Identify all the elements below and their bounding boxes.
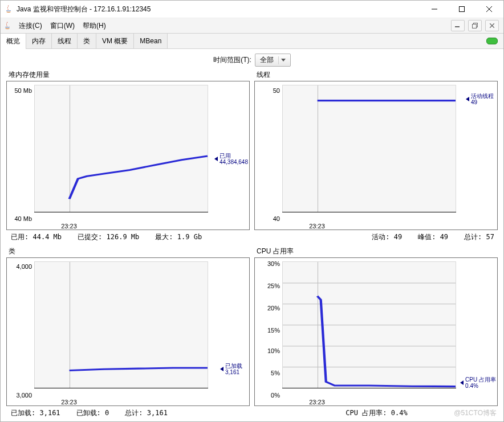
mdi-restore-button[interactable] [468, 20, 482, 31]
plot[interactable]: 活动线程 49 23:23 [282, 81, 497, 230]
stat-label: 最大: [155, 233, 173, 241]
callout-arrow-icon [214, 157, 218, 161]
callout-label: 已用 [220, 153, 248, 159]
chart-stats: CPU 占用率: 0.4% [254, 406, 498, 418]
tab-classes[interactable]: 类 [78, 34, 96, 48]
chart-cpu: CPU 占用率 30% 25% 20% 15% 10% 5% 0% [254, 247, 498, 419]
titlebar: Java 监视和管理控制台 - 172.16.1.91:12345 [1, 1, 503, 18]
x-tick: 23:23 [61, 223, 77, 230]
chart-title: 堆内存使用量 [6, 70, 250, 81]
timerange-select[interactable]: 全部 [255, 54, 291, 67]
tab-label: VM 概要 [102, 36, 128, 46]
stat-value: 3,161 [39, 409, 60, 417]
tab-label: 内存 [32, 36, 46, 46]
tab-mbean[interactable]: MBean [134, 34, 168, 48]
y-tick: 10% [267, 347, 280, 354]
stat-label: 活动: [372, 233, 389, 241]
stat-value: 0 [105, 409, 109, 417]
connection-status-icon [486, 34, 503, 48]
x-axis: 23:23 [34, 222, 208, 230]
callout-label: CPU 占用率 [465, 376, 496, 383]
x-tick: 23:23 [309, 399, 325, 405]
tab-overview[interactable]: 概览 [1, 34, 26, 48]
y-tick: 20% [267, 305, 280, 312]
chart-classes: 类 4,000 3,000 [6, 247, 250, 419]
menu-window[interactable]: 窗口(W) [47, 19, 78, 32]
chart-title: 类 [6, 247, 250, 257]
menubar: 连接(C) 窗口(W) 帮助(H) [1, 18, 503, 34]
stat-value: 44.4 Mb [32, 233, 62, 241]
x-axis: 23:23 [282, 398, 456, 405]
y-tick: 40 [273, 215, 280, 222]
x-axis: 23:23 [282, 222, 456, 230]
stat-label: CPU 占用率: [346, 409, 387, 417]
close-button[interactable] [477, 1, 501, 17]
svg-rect-0 [460, 7, 465, 12]
stat-value: 0.4% [391, 409, 408, 417]
callout-value: 0.4% [465, 383, 496, 389]
svg-rect-1 [455, 26, 460, 27]
menu-connect[interactable]: 连接(C) [15, 19, 46, 32]
y-tick: 50 Mb [14, 87, 32, 94]
callout-arrow-icon [466, 97, 469, 101]
menu-help[interactable]: 帮助(H) [79, 19, 109, 32]
y-axis: 50 Mb 40 Mb [7, 81, 34, 230]
y-tick: 4,000 [16, 263, 32, 270]
x-axis: 23:23 [34, 398, 208, 405]
maximize-button[interactable] [450, 1, 474, 17]
callout-value: 49 [471, 99, 494, 105]
y-tick: 5% [271, 370, 280, 376]
callout-arrow-icon [460, 380, 464, 385]
stat-label: 已加载: [11, 409, 35, 417]
chart-title: 线程 [254, 70, 498, 81]
stat-label: 已提交: [78, 233, 102, 241]
tab-threads[interactable]: 线程 [52, 34, 78, 48]
mdi-minimize-button[interactable] [451, 20, 465, 31]
timerange-row: 时间范围(T): 全部 [1, 49, 503, 70]
chart-frame: 50 40 [254, 81, 498, 230]
callout-value: 44,384,648 [220, 159, 248, 165]
app-window: Java 监视和管理控制台 - 172.16.1.91:12345 连接(C) … [0, 0, 504, 422]
stat-value: 126.9 Mb [107, 233, 140, 241]
plot[interactable]: CPU 占用率 0.4% 23:23 [282, 258, 497, 406]
y-tick: 3,000 [16, 392, 32, 399]
chart-frame: 50 Mb 40 Mb [6, 81, 250, 230]
chevron-down-icon [278, 56, 288, 64]
chart-frame: 4,000 3,000 [6, 257, 250, 407]
timerange-label: 时间范围(T): [213, 55, 251, 65]
java-icon [3, 21, 12, 30]
stat-label: 已卸载: [76, 409, 101, 417]
y-tick: 25% [267, 282, 280, 289]
tab-memory[interactable]: 内存 [26, 34, 52, 48]
stat-label: 已用: [11, 233, 29, 241]
chart-grid: 堆内存使用量 50 Mb 40 Mb [1, 70, 503, 421]
stat-label: 总计: [125, 409, 143, 417]
chart-stats: 活动: 49 峰值: 49 总计: 57 [254, 230, 498, 242]
plot[interactable]: 已用 44,384,648 23:23 [34, 81, 249, 230]
stat-value: 49 [394, 233, 402, 241]
y-tick: 15% [267, 327, 280, 334]
x-tick: 23:23 [309, 223, 325, 230]
tab-vmsummary[interactable]: VM 概要 [96, 34, 134, 48]
tab-label: MBean [140, 37, 161, 45]
chart-title: CPU 占用率 [254, 247, 498, 257]
tab-label: 线程 [58, 36, 71, 46]
y-tick: 50 [273, 87, 280, 94]
tabs: 概览 内存 线程 类 VM 概要 MBean [1, 34, 503, 49]
chart-heap: 堆内存使用量 50 Mb 40 Mb [6, 70, 250, 242]
callout-arrow-icon [220, 367, 223, 371]
overview-content: 时间范围(T): 全部 堆内存使用量 50 Mb 40 Mb [1, 49, 503, 421]
stat-label: 总计: [464, 233, 482, 241]
callout-label: 活动线程 [471, 93, 494, 99]
window-title: Java 监视和管理控制台 - 172.16.1.91:12345 [17, 5, 419, 14]
y-tick: 40 Mb [14, 215, 32, 222]
stat-value: 1.9 Gb [177, 233, 202, 241]
svg-rect-3 [473, 24, 477, 28]
minimize-button[interactable] [422, 1, 446, 17]
y-tick: 0% [271, 392, 280, 399]
tab-label: 类 [83, 36, 90, 46]
stat-value: 49 [440, 233, 448, 241]
callout-value: 3,161 [225, 369, 242, 375]
plot[interactable]: 已加载 3,161 23:23 [34, 258, 249, 406]
mdi-close-button[interactable] [485, 20, 499, 31]
